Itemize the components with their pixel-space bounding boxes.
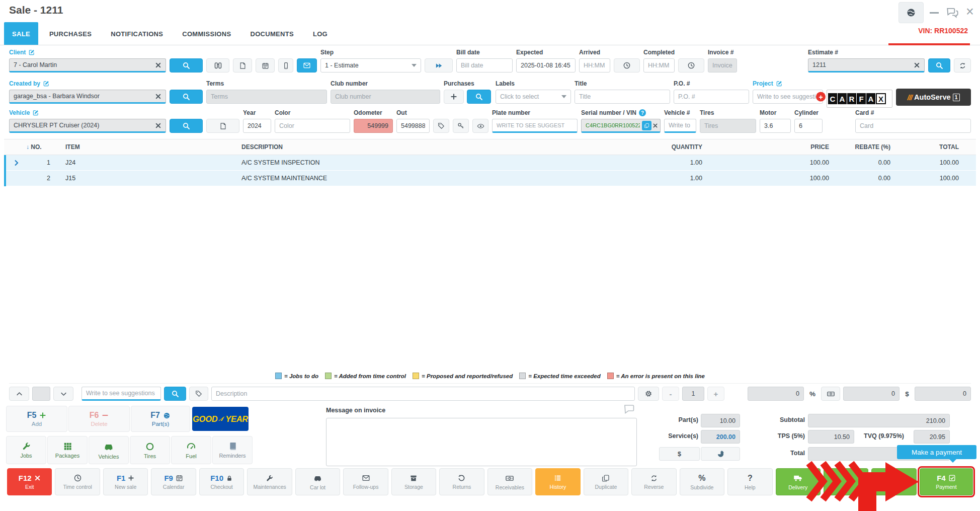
item-search-field[interactable]	[81, 387, 161, 401]
item-search-input[interactable]	[86, 390, 156, 397]
client-search-button[interactable]	[170, 58, 203, 72]
checkout-button[interactable]: F10Checkout	[199, 468, 244, 495]
clear-icon[interactable]	[155, 122, 161, 129]
time-control-button[interactable]: Time control	[55, 468, 100, 495]
delete-item-button[interactable]: F6 Delete	[68, 406, 130, 432]
eye-button[interactable]	[472, 119, 488, 133]
tab-notifications[interactable]: NOTIFICATIONS	[103, 22, 171, 45]
key-button[interactable]	[453, 119, 469, 133]
total-value-box[interactable]: 0	[915, 387, 971, 401]
new-sale-button[interactable]: F1New sale	[103, 468, 148, 495]
po-number-field[interactable]	[674, 90, 749, 104]
email-button[interactable]	[297, 58, 317, 72]
item-search-button[interactable]	[164, 387, 186, 401]
move-item-up-button[interactable]	[9, 387, 29, 401]
vehicles-button[interactable]: Vehicles	[89, 436, 129, 464]
clear-icon[interactable]	[155, 93, 161, 100]
odometer-input[interactable]	[358, 122, 388, 129]
step-select[interactable]: 1 - Estimate	[320, 58, 421, 72]
dollar-toggle-button[interactable]: $	[659, 447, 700, 461]
labels-select[interactable]: Click to select	[496, 90, 571, 104]
item-settings-button[interactable]	[638, 387, 659, 401]
note-button[interactable]	[233, 58, 252, 72]
add-project-icon[interactable]: +	[816, 92, 826, 102]
history-button[interactable]: History	[535, 468, 580, 495]
column-price[interactable]: PRICE	[702, 143, 829, 151]
year-field[interactable]	[243, 119, 271, 133]
mobile-button[interactable]	[278, 58, 293, 72]
arrived-input[interactable]	[584, 62, 606, 69]
vehicle-search-button[interactable]	[170, 119, 203, 133]
item-description-input[interactable]	[216, 390, 630, 397]
vehicle-input[interactable]	[14, 122, 152, 129]
card-number-field[interactable]	[855, 119, 971, 133]
tab-commissions[interactable]: COMMISSIONS	[174, 22, 239, 45]
completed-field[interactable]	[643, 58, 675, 72]
rebate-value-box[interactable]: 0	[748, 387, 804, 401]
motor-field[interactable]	[760, 119, 791, 133]
tab-sale[interactable]: SALE	[4, 22, 38, 45]
autoserve-logo[interactable]: /// AutoServe 1	[896, 89, 971, 106]
toolbar-button-obscured[interactable]	[824, 468, 868, 495]
receivables-button[interactable]: Receivables	[487, 468, 532, 495]
color-input[interactable]	[279, 122, 346, 129]
goodyear-logo[interactable]: GOOD YEAR	[192, 407, 249, 431]
title-field[interactable]	[575, 90, 670, 104]
tag-button[interactable]	[433, 119, 449, 133]
column-no[interactable]: ↓ NO.	[26, 143, 57, 151]
vehicle-number-field[interactable]	[664, 119, 696, 133]
odometer-field[interactable]	[354, 119, 393, 133]
plate-number-field[interactable]	[492, 119, 578, 133]
odometer-out-input[interactable]	[401, 122, 425, 129]
estimate-refresh-button[interactable]	[954, 58, 971, 72]
vehicle-number-input[interactable]	[669, 122, 692, 129]
arrived-clock-button[interactable]	[614, 58, 640, 72]
item-tag-button[interactable]	[189, 387, 208, 401]
calendar-button[interactable]	[256, 58, 275, 72]
delivery-button[interactable]: Delivery	[776, 468, 821, 495]
vehicle-field[interactable]	[9, 119, 166, 133]
column-quantity[interactable]: QUANTITY	[622, 143, 702, 151]
copy-icon[interactable]	[642, 121, 651, 130]
toolbar-button-obscured[interactable]	[871, 468, 916, 495]
created-by-field[interactable]	[9, 90, 166, 104]
add-item-button[interactable]: F5 Add	[6, 406, 67, 432]
parts-button[interactable]: F7 Part(s)	[131, 406, 190, 432]
column-description[interactable]: DESCRIPTION	[233, 143, 622, 151]
carfax-logo[interactable]: C A R F A X	[827, 90, 892, 108]
column-rebate[interactable]: REBATE (%)	[829, 143, 890, 151]
storage-button[interactable]: Storage	[391, 468, 436, 495]
follow-ups-button[interactable]: Follow-ups	[343, 468, 388, 495]
cylinder-field[interactable]	[794, 119, 823, 133]
bill-date-field[interactable]	[456, 58, 513, 72]
payment-button[interactable]: F4Payment	[920, 468, 973, 495]
item-description-field[interactable]	[211, 387, 635, 401]
serial-vin-input[interactable]	[586, 122, 640, 128]
packages-button[interactable]: Packages	[47, 436, 88, 464]
card-number-input[interactable]	[860, 122, 966, 129]
column-total[interactable]: TOTAL	[890, 143, 976, 151]
serial-vin-field[interactable]	[581, 119, 661, 133]
subdivide-button[interactable]: %Subdivide	[680, 468, 724, 495]
vehicle-note-button[interactable]	[206, 119, 239, 133]
expected-field[interactable]	[516, 58, 576, 72]
plate-number-input[interactable]	[497, 122, 573, 128]
estimate-number-field[interactable]	[808, 58, 925, 72]
returns-button[interactable]: Returns	[439, 468, 484, 495]
clear-icon[interactable]	[155, 62, 161, 68]
binoculars-button[interactable]	[206, 58, 229, 72]
quantity-stepper[interactable]: 1	[682, 387, 704, 401]
estimate-search-button[interactable]	[928, 58, 950, 72]
maintenances-button[interactable]: Maintenances	[247, 468, 292, 495]
column-item[interactable]: ITEM	[57, 143, 233, 151]
next-step-button[interactable]	[425, 58, 453, 72]
exit-button[interactable]: F12Exit	[7, 468, 52, 495]
year-input[interactable]	[248, 122, 267, 129]
client-input[interactable]	[14, 61, 152, 68]
calendar-button[interactable]: F9Calendar	[151, 468, 196, 495]
project-input[interactable]	[757, 93, 819, 100]
completed-clock-button[interactable]	[678, 58, 704, 72]
move-item-down-button[interactable]	[53, 387, 73, 401]
table-row[interactable]: 1 J24 A/C SYSTEM INSPECTION 1.00 100.00 …	[6, 155, 976, 171]
chat-icon[interactable]	[945, 6, 960, 19]
